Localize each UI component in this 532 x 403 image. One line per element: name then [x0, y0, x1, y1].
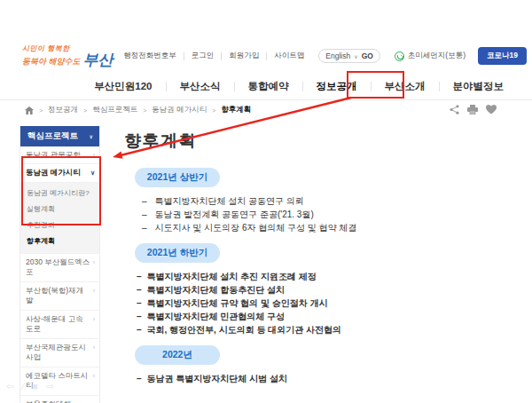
logo-brand-name: 부산: [83, 53, 113, 67]
sidebar-item-label: 부산항(북항)재개발: [26, 286, 90, 306]
dash: –: [137, 270, 142, 283]
breadcrumb-separator: >: [39, 107, 43, 114]
language-selector[interactable]: English ∨ GO: [318, 49, 380, 63]
list-item: –시도지사 및 시도의장 6자 협의체 구성 및 협약 체결: [142, 221, 511, 234]
chevron-right-icon: ›: [93, 258, 95, 266]
list-item: –특별지방자치단체 민관협의체 구성: [137, 310, 511, 323]
section-2022: 2022년 –동남권 특별지방자치단체 시범 설치: [124, 345, 511, 385]
nav-item-reservation[interactable]: 통합예약: [235, 80, 302, 93]
utility-link-sitemap[interactable]: 사이트맵: [267, 51, 311, 61]
list-item: –특별지방자치단체 설치 공동연구 의뢰: [142, 194, 511, 208]
dash: –: [137, 283, 142, 296]
fine-dust-label: 초미세먼지(보통): [408, 51, 466, 61]
breadcrumb-item-info-disclosure[interactable]: 정보공개: [48, 105, 78, 115]
sidebar-header-core-projects[interactable]: 핵심프로젝트 ∨: [20, 126, 99, 146]
submenu-item-what-is-megacity[interactable]: 동남권 메가시티란?: [20, 186, 99, 202]
list-item: –특별지방자치단체 규약 협의 및 승인절차 개시: [137, 296, 511, 310]
nav-item-info-disclosure[interactable]: 정보공개: [303, 80, 371, 93]
logo-tagline-2: 동북아 해양수도: [22, 58, 81, 67]
chevron-right-icon: ›: [93, 151, 95, 159]
forward-arrow-icon: ⇨: [46, 382, 54, 391]
chevron-down-icon: ∨: [90, 133, 93, 139]
list-item-text: 특별지방자치단체 민관협의체 구성: [147, 310, 286, 323]
breadcrumb-separator: >: [143, 107, 146, 114]
sidebar-item-gateway-airport[interactable]: 동남권 관문공항 ›: [20, 146, 99, 164]
sidebar-item-label: 2030 부산월드엑스포: [26, 257, 90, 278]
chevron-down-icon: ∨: [90, 169, 95, 177]
pen-icon: ∕: [22, 382, 24, 391]
share-icon[interactable]: [450, 105, 459, 115]
breadcrumb: > 정보공개 > 핵심프로젝트 > 동남권 메가시티 > 향후계획: [25, 105, 251, 115]
dash: –: [142, 194, 147, 208]
utility-link-login[interactable]: 로그인: [184, 51, 222, 61]
plan-list: –특별지방자치단체 설치 공동연구 의뢰 –동남권 발전계획 공동연구 준공('…: [124, 194, 511, 234]
chevron-right-icon: ›: [93, 372, 95, 380]
breadcrumb-separator: >: [212, 107, 215, 114]
utility-bar: 행정전화번호부 로그인 회원가입 사이트맵 English ∨ GO 초미세먼지…: [116, 47, 527, 65]
sidebar-item-sasang-haeundae[interactable]: 사상-해운대 고속도로 ›: [20, 311, 99, 339]
sidebar-item-world-expo[interactable]: 2030 부산월드엑스포 ›: [20, 254, 99, 282]
sidebar-item-megacity[interactable]: 동남권 메가시티 ∨: [20, 164, 99, 182]
main-content: 향후계획 2021년 상반기 –특별지방자치단체 설치 공동연구 의뢰 –동남권…: [124, 130, 511, 394]
main-navigation: 부산민원120 부산소식 통합예약 정보공개 부산소개 분야별정보: [81, 75, 517, 98]
dash: –: [137, 296, 142, 310]
dash: –: [142, 208, 147, 221]
list-item-text: 국회, 행정안전부, 시도의회 등 대외기관 사전협의: [147, 323, 341, 336]
sidebar-item-label: 부산국제관광도시 사업: [26, 343, 90, 363]
sidebar-item-tourism-city[interactable]: 부산국제관광도시 사업 ›: [20, 339, 99, 367]
chevron-right-icon: ›: [93, 287, 95, 295]
nav-item-sector-info[interactable]: 분야별정보: [440, 80, 518, 93]
nav-item-news[interactable]: 부산소식: [167, 80, 234, 93]
breadcrumb-item-core-projects[interactable]: 핵심프로젝트: [92, 105, 137, 115]
plan-list: –동남권 특별지방자치단체 시범 설치: [124, 372, 511, 385]
chevron-right-icon: ›: [93, 315, 95, 323]
list-item-text: 시도지사 및 시도의장 6자 협의체 구성 및 협약 체결: [155, 221, 357, 234]
sidebar-item-childcare[interactable]: 보육종합대책 ›: [20, 396, 99, 403]
sidebar-item-label: 동남권 메가시티: [26, 168, 81, 178]
utility-link-signup[interactable]: 회원가입: [222, 51, 266, 61]
list-item-text: 특별지방자치단체 규약 협의 및 승인절차 개시: [147, 296, 328, 310]
plan-list: –특별지방자치단체 설치 추진 지원조례 제정 –특별지방자치단체 합동추진단 …: [124, 270, 511, 336]
list-item: –특별지방자치단체 설치 추진 지원조례 제정: [137, 270, 511, 283]
dash: –: [137, 310, 142, 323]
fine-dust-status: 초미세먼지(보통): [395, 51, 466, 61]
home-icon[interactable]: [25, 107, 34, 115]
list-item: –동남권 발전계획 공동연구 준공('21. 3월): [142, 208, 511, 221]
dash: –: [137, 372, 142, 385]
breadcrumb-item-megacity[interactable]: 동남권 메가시티: [152, 105, 207, 115]
nav-item-minwon120[interactable]: 부산민원120: [81, 80, 165, 93]
sidebar-header-label: 핵심프로젝트: [27, 130, 78, 142]
section-2021-h2: 2021년 하반기 –특별지방자치단체 설치 추진 지원조례 제정 –특별지방자…: [124, 243, 511, 336]
section-badge: 2021년 상반기: [135, 168, 220, 187]
busan-logo[interactable]: 시민이 행복한 동북아 해양수도 부산: [22, 45, 113, 67]
rect-icon: ■: [32, 382, 38, 391]
language-go-button[interactable]: GO: [362, 51, 373, 60]
heart-icon[interactable]: [486, 105, 497, 115]
submenu-item-future-plan[interactable]: 향후계획: [20, 233, 99, 249]
list-item-text: 특별지방자치단체 설치 추진 지원조례 제정: [147, 270, 317, 283]
breadcrumb-item-future-plan: 향후계획: [221, 105, 251, 115]
sidebar-item-north-port[interactable]: 부산항(북항)재개발 ›: [20, 282, 99, 311]
back-arrow-icon: ⇦: [6, 382, 14, 391]
chevron-right-icon: ›: [93, 400, 95, 403]
submenu-item-progress[interactable]: 추진경과: [20, 217, 99, 233]
list-item: –국회, 행정안전부, 시도의회 등 대외기관 사전협의: [137, 323, 511, 336]
sidebar-item-label: 보육종합대책: [26, 399, 71, 403]
section-badge: 2021년 하반기: [135, 243, 220, 263]
page-action-icons: [450, 105, 497, 115]
chevron-down-icon: ∨: [354, 53, 357, 59]
nav-item-about-busan[interactable]: 부산소개: [372, 80, 439, 93]
sidebar-item-label: 사상-해운대 고속도로: [26, 314, 90, 335]
list-item: –동남권 특별지방자치단체 시범 설치: [137, 372, 511, 385]
list-item-text: 동남권 특별지방자치단체 시범 설치: [147, 372, 287, 385]
corona19-button[interactable]: 코로나19: [478, 47, 527, 65]
section-2021-h1: 2021년 상반기 –특별지방자치단체 설치 공동연구 의뢰 –동남권 발전계획…: [124, 168, 511, 234]
dash: –: [142, 221, 147, 234]
section-badge: 2022년: [135, 345, 220, 365]
breadcrumb-separator: >: [83, 107, 87, 114]
utility-link-phonebook[interactable]: 행정전화번호부: [116, 51, 184, 61]
header-divider: [0, 99, 532, 100]
print-icon[interactable]: [467, 105, 478, 115]
submenu-item-execution-plan[interactable]: 실행계획: [20, 202, 99, 217]
page-title: 향후계획: [124, 130, 511, 153]
